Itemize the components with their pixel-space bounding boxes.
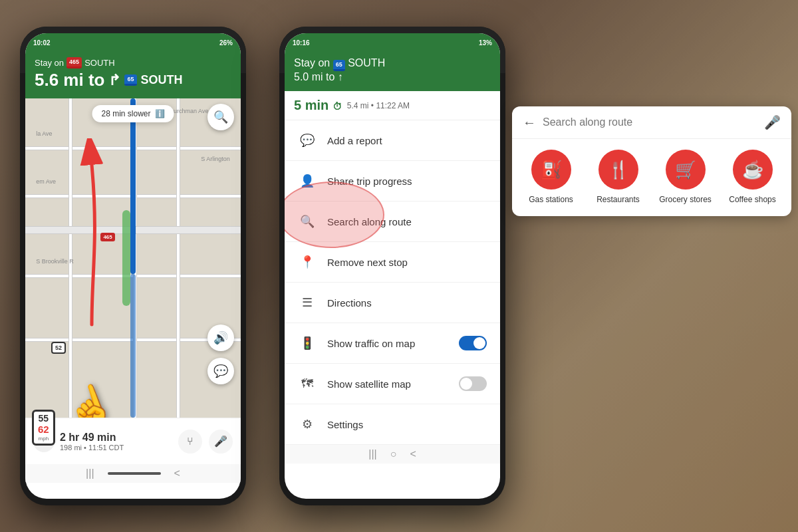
eta-bar: ✕ 2 hr 49 min 198 mi • 11:51 CDT ⑂ 🎤 xyxy=(25,418,241,464)
share-trip-icon: 👤 xyxy=(298,172,317,190)
menu-item-search-route[interactable]: 🔍 Search along route xyxy=(285,201,500,242)
volume-button[interactable]: 🔊 xyxy=(207,325,234,351)
traffic-banner: 28 min slower ℹ️ xyxy=(92,105,174,122)
nav-action-buttons: ⑂ 🎤 xyxy=(178,430,233,454)
speed-limit-value: 55 xyxy=(38,413,49,424)
map-label-1: la Ave xyxy=(36,130,52,137)
menu-item-settings[interactable]: ⚙ Settings xyxy=(285,404,500,445)
phone-2-screen: 10:16 13% Stay on 65 SOUTH 5.0 mi to ↑ 5… xyxy=(285,33,500,499)
eta-info: 2 hr 49 min 198 mi • 11:51 CDT xyxy=(60,432,173,452)
toggle-knob-satellite xyxy=(460,378,472,390)
highway-badge-65-p2: 65 xyxy=(333,60,345,71)
highway-badge-65: 65 xyxy=(124,74,136,86)
eta-sub: 198 mi • 11:51 CDT xyxy=(60,444,173,452)
status-battery-1: 26% xyxy=(219,39,233,47)
main-scene: 10:02 26% Stay on 465 SOUTH 5.6 mi to ↱ … xyxy=(0,0,798,532)
category-coffee-shops[interactable]: ☕ Coffee shops xyxy=(726,150,779,205)
search-route-icon: 🔍 xyxy=(298,212,317,231)
satellite-toggle[interactable] xyxy=(459,376,487,391)
highway-badge-465: 465 xyxy=(66,57,82,68)
settings-label: Settings xyxy=(327,419,487,430)
menu-item-directions[interactable]: ☰ Directions xyxy=(285,283,500,323)
status-bar-2: 10:16 13% xyxy=(285,33,500,52)
traffic-label: Show traffic on map xyxy=(327,338,448,349)
trip-sub: 5.4 mi • 11:22 AM xyxy=(347,101,410,110)
add-report-label: Add a report xyxy=(327,135,487,146)
gas-station-icon: ⛽ xyxy=(531,150,571,190)
toggle-knob-traffic xyxy=(473,337,485,349)
map-label-2: em Ave xyxy=(36,178,56,185)
stay-on-line1-p2: Stay on 65 SOUTH xyxy=(294,57,491,71)
route-v2 xyxy=(130,274,136,418)
satellite-label: Show satellite map xyxy=(327,378,448,390)
map-badge-52: 52 xyxy=(51,342,66,354)
speed-limit-display: 55 62 mph xyxy=(32,410,55,446)
search-route-label: Search along route xyxy=(327,216,487,227)
category-gas-stations[interactable]: ⛽ Gas stations xyxy=(525,150,578,205)
search-map-button[interactable]: 🔍 xyxy=(207,104,234,130)
nav-header-2: Stay on 65 SOUTH 5.0 mi to ↑ xyxy=(285,52,500,91)
mic-nav-button[interactable]: 🎤 xyxy=(209,430,233,454)
restaurants-icon: 🍴 xyxy=(598,150,638,190)
traffic-toggle[interactable] xyxy=(459,336,487,350)
trip-info-bar: 5 min ⏱ 5.4 mi • 11:22 AM xyxy=(285,91,500,120)
current-speed: 62 xyxy=(38,424,49,436)
map-label-4: S Arlington xyxy=(201,156,230,162)
add-report-icon: 💬 xyxy=(298,131,317,150)
gas-stations-label: Gas stations xyxy=(529,195,573,205)
remove-stop-icon: 📍 xyxy=(298,253,317,271)
phone-1-screen: 10:02 26% Stay on 465 SOUTH 5.6 mi to ↱ … xyxy=(25,33,241,499)
satellite-icon: 🗺 xyxy=(298,374,317,393)
mic-button[interactable]: 🎤 xyxy=(764,114,781,130)
menu-item-add-report[interactable]: 💬 Add a report xyxy=(285,120,500,161)
info-icon: ℹ️ xyxy=(155,109,165,118)
menu-item-traffic[interactable]: 🚦 Show traffic on map xyxy=(285,323,500,364)
traffic-icon: 🚦 xyxy=(298,334,317,352)
home-indicator-1: ||| < xyxy=(25,464,241,483)
route-v1 xyxy=(130,98,136,274)
nav-header-1: Stay on 465 SOUTH 5.6 mi to ↱ 65 SOUTH xyxy=(25,52,241,98)
report-button[interactable]: 💬 xyxy=(207,358,234,384)
trip-time: 5 min ⏱ xyxy=(294,98,342,113)
eta-time: 2 hr 49 min xyxy=(60,432,173,444)
home-indicator-2: ||| ○ < xyxy=(285,445,500,464)
status-time-2: 10:16 xyxy=(293,39,310,47)
road-v3 xyxy=(176,98,180,418)
grocery-stores-icon: 🛒 xyxy=(666,150,706,190)
search-along-route-input[interactable] xyxy=(543,116,757,128)
menu-list: 💬 Add a report 👤 Share trip progress 🔍 S… xyxy=(285,120,500,445)
nav-distance-line: 5.6 mi to ↱ 65 SOUTH xyxy=(35,70,231,90)
map-sim-1: la Ave em Ave Churchman Ave S Arlington … xyxy=(25,98,241,418)
menu-item-remove-stop[interactable]: 📍 Remove next stop xyxy=(285,242,500,283)
grocery-stores-label: Grocery stores xyxy=(659,195,712,205)
status-time-1: 10:02 xyxy=(33,39,51,47)
speed-unit: mph xyxy=(38,436,49,442)
category-grocery-stores[interactable]: 🛒 Grocery stores xyxy=(659,150,712,205)
category-restaurants[interactable]: 🍴 Restaurants xyxy=(592,150,645,205)
menu-item-share-trip[interactable]: 👤 Share trip progress xyxy=(285,161,500,201)
search-along-route-panel: ← 🎤 ⛽ Gas stations 🍴 Restaurants 🛒 Groce… xyxy=(512,106,791,216)
nav-distance-p2: 5.0 mi to ↑ xyxy=(294,71,491,83)
share-trip-label: Share trip progress xyxy=(327,176,487,187)
phone-2: 10:16 13% Stay on 65 SOUTH 5.0 mi to ↑ 5… xyxy=(279,27,505,505)
map-area-1: la Ave em Ave Churchman Ave S Arlington … xyxy=(25,98,241,418)
restaurants-label: Restaurants xyxy=(597,195,640,205)
status-bar-1: 10:02 26% xyxy=(25,33,241,52)
red-arrow-annotation xyxy=(59,138,125,338)
coffee-shops-icon: ☕ xyxy=(733,150,773,190)
route-options-button[interactable]: ⑂ xyxy=(178,430,202,454)
remove-stop-label: Remove next stop xyxy=(327,257,487,268)
status-battery-2: 13% xyxy=(479,39,492,47)
coffee-shops-label: Coffee shops xyxy=(729,195,776,205)
stay-on-line1: Stay on 465 SOUTH xyxy=(35,57,231,68)
directions-icon: ☰ xyxy=(298,293,317,312)
phone-1: 10:02 26% Stay on 465 SOUTH 5.6 mi to ↱ … xyxy=(20,27,246,505)
menu-item-satellite[interactable]: 🗺 Show satellite map xyxy=(285,364,500,404)
category-row: ⛽ Gas stations 🍴 Restaurants 🛒 Grocery s… xyxy=(512,139,791,216)
traffic-text: 28 min slower xyxy=(101,109,150,118)
home-bar-1[interactable] xyxy=(108,472,161,475)
settings-icon: ⚙ xyxy=(298,415,317,434)
search-bar: ← 🎤 xyxy=(512,106,791,139)
directions-label: Directions xyxy=(327,297,487,309)
back-button[interactable]: ← xyxy=(523,115,536,130)
